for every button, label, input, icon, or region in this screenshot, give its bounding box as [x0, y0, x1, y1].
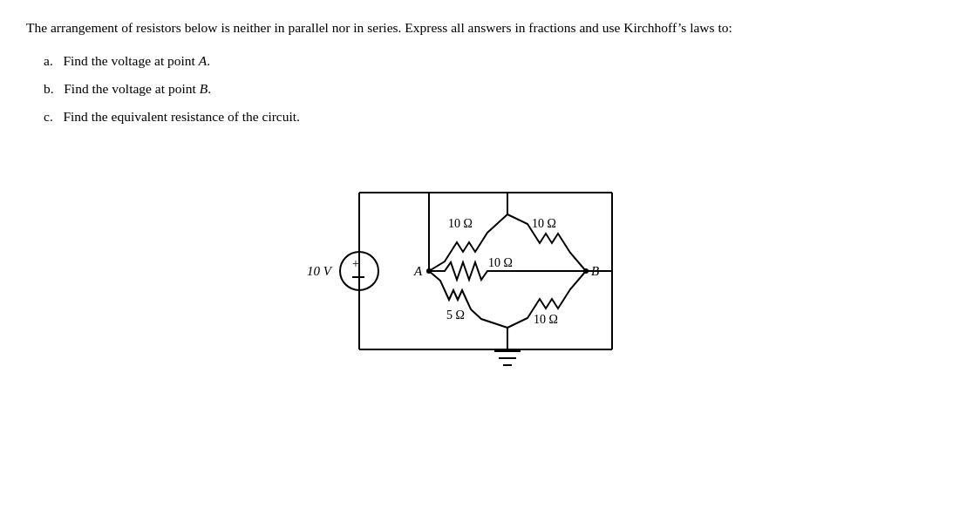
question-list: a. Find the voltage at point A. b. Find … [44, 53, 954, 125]
circuit-svg: + 10 V 10 Ω 10 Ω 10 Ω 5 Ω 10 Ω A [255, 140, 673, 384]
question-a: a. Find the voltage at point A. [44, 53, 954, 69]
resistor-top-right-label: 10 Ω [532, 217, 556, 230]
circuit-diagram: + 10 V 10 Ω 10 Ω 10 Ω 5 Ω 10 Ω A [0, 140, 954, 384]
question-c: c. Find the equivalent resistance of the… [44, 109, 954, 125]
resistor-bottom-right-label: 10 Ω [534, 313, 558, 326]
resistor-middle-label: 10 Ω [488, 256, 513, 269]
question-b: b. Find the voltage at point B. [44, 81, 954, 97]
battery-label: 10 V [307, 264, 333, 278]
resistor-top-left-label: 10 Ω [448, 217, 473, 230]
battery-plus: + [352, 257, 359, 270]
question-b-label: b. [44, 81, 54, 96]
question-a-label: a. [44, 53, 53, 68]
question-c-label: c. [44, 109, 53, 124]
node-a-label: A [413, 264, 423, 278]
intro-text: The arrangement of resistors below is ne… [26, 17, 954, 37]
resistor-bottom-left-label: 5 Ω [446, 308, 465, 322]
